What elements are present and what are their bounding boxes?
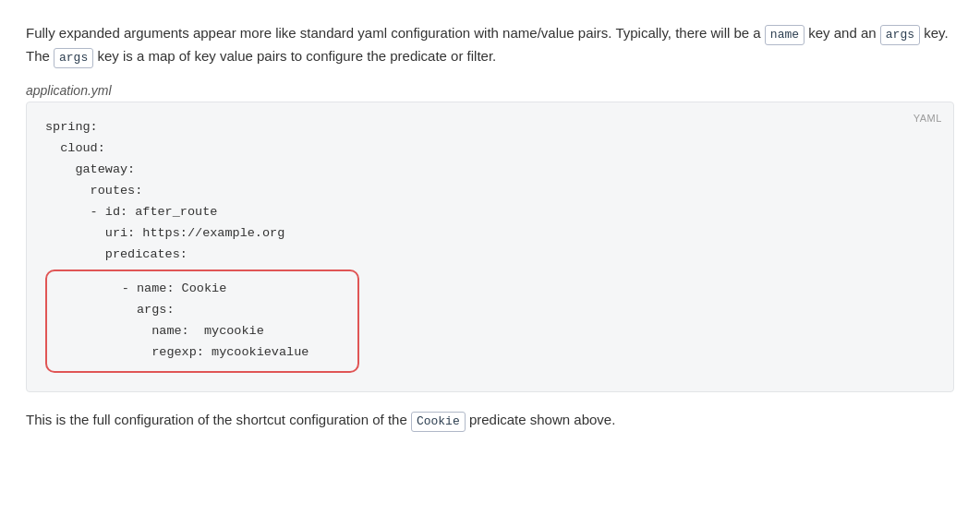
- code-line-7: predicates:: [45, 245, 935, 266]
- description-paragraph: Fully expanded arguments appear more lik…: [26, 22, 954, 68]
- footer-part1: This is the full configuration of the sh…: [26, 412, 411, 427]
- code-line-1: spring:: [45, 117, 935, 138]
- desc-part1: Fully expanded arguments appear more lik…: [26, 25, 765, 41]
- args-inline-code-1: args: [880, 25, 920, 45]
- cookie-inline-code: Cookie: [411, 412, 466, 432]
- name-inline-code: name: [765, 25, 805, 45]
- code-block: YAML spring: cloud: gateway: routes: - i…: [26, 102, 954, 391]
- code-line-5: - id: after_route: [45, 202, 935, 223]
- code-line-3: gateway:: [45, 160, 935, 181]
- code-line-4: routes:: [45, 181, 935, 202]
- code-line-6: uri: https://example.org: [45, 223, 935, 245]
- yaml-badge: YAML: [913, 110, 942, 127]
- highlighted-line-3: name: mycookie: [62, 321, 343, 342]
- highlighted-line-1: - name: Cookie: [62, 279, 343, 300]
- footer-part2: predicate shown above.: [466, 412, 616, 427]
- highlighted-code-box: - name: Cookie args: name: mycookie rege…: [45, 269, 359, 373]
- file-label: application.yml: [26, 83, 954, 98]
- args-inline-code-2: args: [54, 48, 93, 68]
- desc-part4: key is a map of key value pairs to confi…: [93, 48, 496, 64]
- footer-paragraph: This is the full configuration of the sh…: [26, 409, 954, 432]
- highlighted-line-2: args:: [62, 300, 343, 321]
- desc-part2: key and an: [805, 25, 880, 41]
- code-line-2: cloud:: [45, 138, 935, 160]
- highlighted-line-4: regexp: mycookievalue: [62, 342, 343, 364]
